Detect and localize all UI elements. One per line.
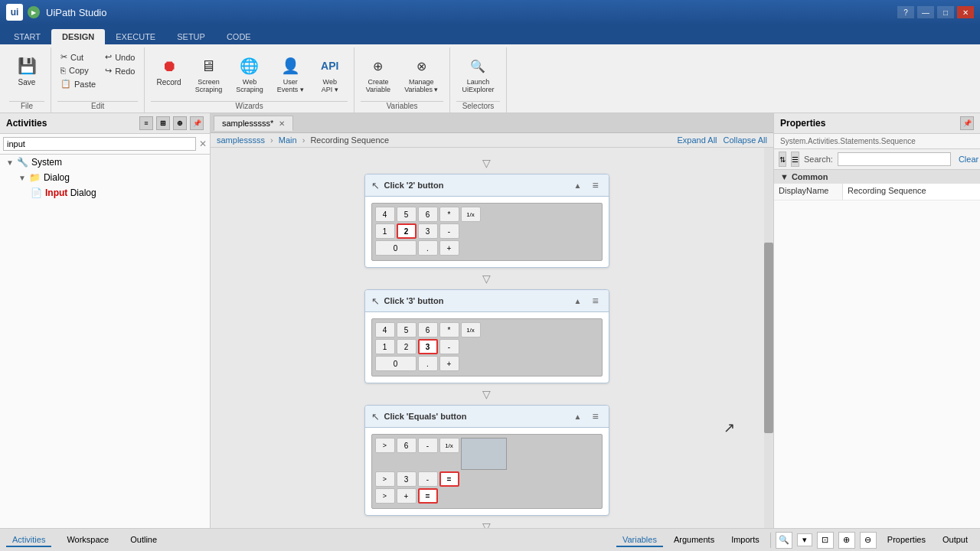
manage-variables-button[interactable]: ⊗ ManageVariables ▾ [399,51,443,96]
activity-header-click-equals: ↖ Click 'Equals' button ▲ ≡ [365,406,609,428]
cut-button[interactable]: ✂ Cut [57,51,99,64]
expand-all-btn[interactable]: Expand All [678,135,717,145]
save-icon: 💾 [15,54,39,78]
tree-item-dialog[interactable]: ▼ 📁 Dialog [0,170,210,185]
breadcrumb-main[interactable]: Main [279,135,297,145]
canvas-scrollbar[interactable] [764,148,773,528]
redo-button[interactable]: ↪ Redo [102,64,138,77]
status-tab-imports[interactable]: Imports [725,533,766,547]
ribbon-tabs: START DESIGN EXECUTE SETUP CODE [0,24,980,44]
help-button[interactable]: ? [897,6,914,18]
run-button[interactable]: ▶ [28,6,40,18]
paste-button[interactable]: 📋 Paste [57,77,99,90]
canvas-scrollbar-thumb[interactable] [764,243,773,433]
ribbon: 💾 Save File ✂ Cut ⎘ Copy 📋 Paste [0,44,980,113]
activities-header: Activities ≡ ⊞ ⊕ 📌 [0,113,210,134]
activity-body-click-3: 4 5 6 * 1/x 1 2 3 - [365,312,609,383]
tree-item-input-dialog[interactable]: 📄 Input Dialog [0,185,210,201]
close-button[interactable]: ✕ [957,6,974,18]
zoom-control[interactable]: ▾ [797,533,812,546]
properties-header: Properties 📌 [774,113,980,134]
connector-top: ▽ [479,155,495,171]
tab-design[interactable]: DESIGN [51,29,105,44]
activity-menu-click-3[interactable]: ≡ [589,294,603,308]
user-events-button[interactable]: 👤 UserEvents ▾ [272,51,309,96]
app-title: UiPath Studio [46,7,897,18]
connector-mid-1: ▽ [479,271,495,286]
canvas-tab-samplesssss[interactable]: samplesssss* ✕ [214,116,293,131]
properties-category-btn[interactable]: ☰ [791,152,799,167]
activity-title-click-2: Click '2' button [384,181,567,190]
tab-execute[interactable]: EXECUTE [105,29,166,44]
search-clear-icon[interactable]: ✕ [199,139,207,149]
web-api-button[interactable]: API WebAPI ▾ [312,51,348,96]
ribbon-group-file: 💾 Save File [3,47,51,112]
click-3-cursor-icon: ↖ [371,295,380,307]
activities-pin-btn[interactable]: 📌 [190,116,204,130]
activity-menu-click-equals[interactable]: ≡ [589,409,603,423]
activity-menu-click-2[interactable]: ≡ [589,178,603,192]
activity-collapse-click-equals[interactable]: ▲ [572,410,584,422]
status-tab-outline[interactable]: Outline [124,533,163,547]
zoom-in-btn[interactable]: ⊕ [838,532,855,549]
calc-preview-click-3: 4 5 6 * 1/x 1 2 3 - [371,318,603,377]
screen-scraping-button[interactable]: 🖥 ScreenScraping [190,51,228,96]
activities-search-input[interactable] [3,137,196,151]
status-tab-variables[interactable]: Variables [616,533,663,547]
search-status-btn[interactable]: 🔍 [776,532,792,549]
activities-expand-btn[interactable]: ⊕ [173,116,187,130]
section-collapse-icon: ▼ [780,172,789,181]
collapse-all-btn[interactable]: Collapse All [724,135,767,145]
props-value-displayname[interactable]: Recording Sequence [843,184,980,200]
activity-body-click-2: 4 5 6 * 1/x 1 2 3 - [365,197,609,267]
canvas-content[interactable]: ▽ ↖ Click '2' button ▲ ≡ 4 5 [211,148,773,528]
activities-list-view-btn[interactable]: ≡ [139,116,153,130]
breadcrumb-root[interactable]: samplesssss [217,135,265,145]
main-area: Activities ≡ ⊞ ⊕ 📌 ✕ ▼ 🔧 System ▼ 📁 Dial… [0,113,980,528]
properties-sort-btn[interactable]: ⇅ [779,152,786,167]
tab-code[interactable]: CODE [216,29,262,44]
tab-setup[interactable]: SETUP [166,29,216,44]
status-divider [770,533,771,548]
activity-collapse-click-3[interactable]: ▲ [572,295,584,307]
zoom-out-btn[interactable]: ⊖ [860,532,877,549]
web-scraping-button[interactable]: 🌐 WebScraping [230,51,269,96]
launch-uiexplorer-button[interactable]: 🔍 LaunchUiExplorer [456,51,499,96]
fit-page-btn[interactable]: ⊡ [817,532,834,549]
canvas-area: samplesssss* ✕ samplesssss › Main › Reco… [211,113,773,528]
undo-icon: ↩ [105,52,112,62]
ribbon-group-edit: ✂ Cut ⎘ Copy 📋 Paste ↩ Undo ↪ [51,47,145,112]
activities-title: Activities [6,118,47,129]
properties-search-input[interactable] [838,152,951,166]
props-row-displayname: DisplayName Recording Sequence [774,184,980,201]
record-button[interactable]: ⏺ Record [151,51,186,90]
manage-variables-icon: ⊗ [409,54,433,78]
status-tab-activities[interactable]: Activities [6,533,51,547]
tab-close-btn[interactable]: ✕ [279,119,285,128]
create-variable-button[interactable]: ⊕ CreateVariable [361,51,396,96]
section-label: Common [792,172,828,181]
undo-button[interactable]: ↩ Undo [102,51,138,64]
status-tab-output[interactable]: Output [936,533,974,547]
activity-collapse-click-2[interactable]: ▲ [572,179,584,191]
ribbon-group-wizards: ⏺ Record 🖥 ScreenScraping 🌐 WebScraping … [145,47,354,112]
paste-icon: 📋 [60,79,71,89]
properties-common-section[interactable]: ▼ Common [774,170,980,184]
activity-body-click-equals: > 6 - 1/x > 3 - = [365,428,609,515]
activities-panel: Activities ≡ ⊞ ⊕ 📌 ✕ ▼ 🔧 System ▼ 📁 Dial… [0,113,211,528]
save-button[interactable]: 💾 Save [9,51,44,90]
activities-grid-view-btn[interactable]: ⊞ [156,116,170,130]
copy-button[interactable]: ⎘ Copy [57,64,99,77]
properties-clear-btn[interactable]: Clear [956,154,980,165]
maximize-button[interactable]: □ [937,6,954,18]
wizards-group-label: Wizards [151,101,347,112]
minimize-button[interactable]: — [917,6,934,18]
properties-pin-btn[interactable]: 📌 [960,116,974,130]
tree-item-system[interactable]: ▼ 🔧 System [0,155,210,170]
activity-block-click-2: ↖ Click '2' button ▲ ≡ 4 5 6 * 1/x [364,174,609,268]
status-tab-workspace[interactable]: Workspace [60,533,115,547]
tab-start[interactable]: START [3,29,51,44]
status-tab-properties[interactable]: Properties [881,533,932,547]
breadcrumb-current: Recording Sequence [310,135,389,145]
status-tab-arguments[interactable]: Arguments [668,533,720,547]
